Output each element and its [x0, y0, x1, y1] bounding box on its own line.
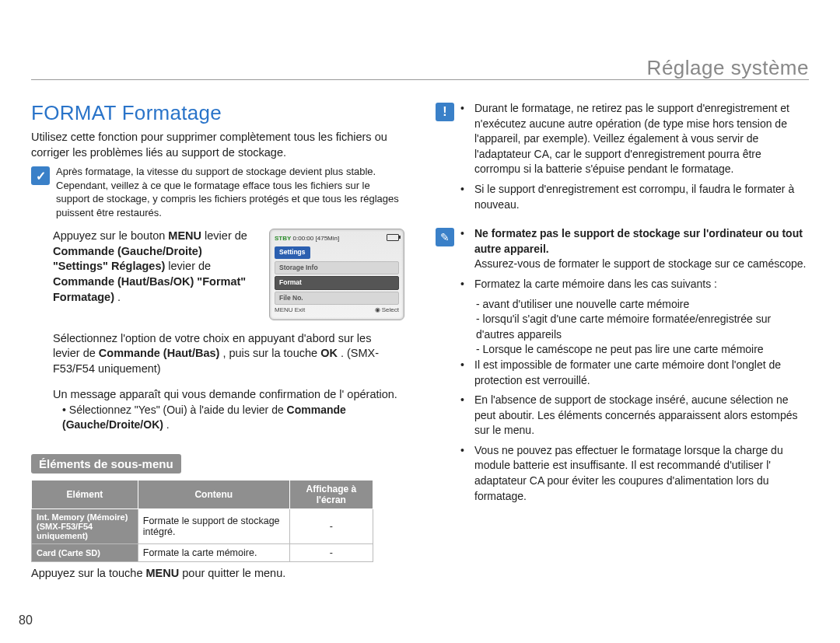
note-text: Après formatage, la vitesse du support d… [56, 165, 404, 219]
intro-paragraph: Utilisez cette fonction pour supprimer c… [31, 130, 404, 160]
text: "Settings" [53, 260, 111, 272]
menu-row-file-no: File No. [275, 292, 399, 305]
manual-page: Réglage système FORMAT Formatage Utilise… [0, 0, 840, 643]
submenu-table: Elément Contenu Affichage à l'écran Int.… [31, 480, 373, 562]
section-header: Réglage système [647, 56, 809, 80]
step-3-text: Un message apparaît qui vous demande con… [53, 387, 404, 432]
note-text: Il est impossible de formater une carte … [474, 358, 809, 388]
th-display: Affichage à l'écran [289, 480, 373, 508]
cell-display: - [289, 543, 373, 561]
text: Un message apparaît qui vous demande con… [53, 388, 397, 400]
menu-row-format: Format [275, 276, 399, 289]
lever-label: Commande (Gauche/Droite) [53, 245, 202, 257]
cell-content: Formate la carte mémoire. [138, 543, 289, 561]
text: Appuyez sur la touche [31, 567, 146, 579]
warning-icon: ! [436, 103, 454, 121]
two-column-layout: FORMAT Formatage Utilisez cette fonction… [31, 101, 809, 579]
th-content: Contenu [138, 480, 289, 508]
warning-block: ! •Durant le formatage, ne retirez pas l… [436, 101, 809, 217]
submenu-heading: Éléments de sous-menu [31, 454, 181, 474]
text: Sélectionnez "Yes" (Oui) à l'aide du lev… [69, 404, 287, 416]
step-1: Appuyez sur le bouton MENU levier de Com… [31, 229, 404, 320]
menu-row-storage-info: Storage Info [275, 261, 399, 274]
note-icon: ✎ [436, 228, 454, 246]
warning-item: Si le support d'enregistrement est corro… [474, 182, 809, 212]
header-rule [31, 79, 809, 80]
cell-content: Formate le support de stockage intégré. [138, 508, 289, 543]
left-column: FORMAT Formatage Utilisez cette fonction… [31, 101, 404, 579]
warning-list: •Durant le formatage, ne retirez pas le … [460, 101, 809, 217]
step-3: Un message apparaît qui vous demande con… [31, 387, 404, 432]
step-number [31, 331, 45, 377]
text: "Format" [197, 275, 246, 288]
th-element: Elément [32, 480, 138, 508]
text: pour quitter le menu. [182, 567, 285, 579]
sub-note: Lorsque le caméscope ne peut pas lire un… [476, 342, 809, 358]
camcorder-screen-mock: STBY 0:00:00 [475Min] Settings Storage I… [269, 229, 404, 320]
remaining-time: [475Min] [316, 235, 340, 242]
step-1-text: Appuyez sur le bouton MENU levier de Com… [53, 229, 257, 305]
note-bold: Ne formatez pas le support de stockage s… [474, 227, 803, 255]
text: levier de [168, 260, 211, 272]
check-icon: ✓ [31, 166, 50, 185]
note-text: Vous ne pouvez pas effectuer le formatag… [474, 443, 809, 504]
screen-footer-exit: MENU Exit [275, 306, 305, 315]
step-number [31, 229, 45, 320]
stby-indicator: STBY [275, 235, 291, 242]
text: . [117, 291, 121, 303]
text: . [166, 418, 170, 431]
page-title: FORMAT Formatage [31, 101, 404, 125]
menu-label: MENU [146, 567, 180, 579]
text: Sélectionnez l'option de votre choix en … [53, 332, 371, 344]
table-row: Int. Memory (Mémoire) (SMX-F53/F54 uniqu… [32, 508, 373, 543]
note-after-format: ✓ Après formatage, la vitesse du support… [31, 165, 404, 219]
note-text: En l'absence de support de stockage insé… [474, 393, 809, 439]
menu-label: MENU [168, 229, 201, 242]
text: Appuyez sur le bouton [53, 229, 168, 242]
format-label: Formatage) [53, 291, 114, 303]
cell-int-memory: Int. Memory (Mémoire) [37, 512, 133, 522]
step-number [31, 387, 45, 432]
note-text: Assurez-vous de formater le support de s… [474, 257, 806, 270]
right-column: ! •Durant le formatage, ne retirez pas l… [436, 101, 809, 579]
warning-item: Durant le formatage, ne retirez pas le s… [474, 101, 809, 177]
cell-display: - [289, 508, 373, 543]
step-2: Sélectionnez l'option de votre choix en … [31, 331, 404, 377]
screen-footer-select: ◉ Select [375, 306, 399, 315]
lever-label: Commande (Haut/Bas/OK) [53, 275, 194, 288]
settings-label: Réglages) [111, 260, 165, 272]
text: levier de [53, 347, 99, 359]
cell-card: Card (Carte SD) [32, 543, 138, 561]
cell-int-memory-note: (SMX-F53/F54 uniquement) [37, 522, 133, 540]
lever-label: Commande (Haut/Bas) [99, 347, 220, 359]
sub-note: lorsqu'il s'agit d'une carte mémoire for… [476, 312, 809, 342]
settings-tab: Settings [275, 246, 310, 258]
step-2-text: Sélectionnez l'option de votre choix en … [53, 331, 404, 377]
note-text: Formatez la carte mémoire dans les cas s… [474, 277, 717, 292]
text: levier de [205, 229, 247, 242]
rec-time: 0:00:00 [293, 235, 314, 242]
battery-icon [387, 234, 399, 241]
footnote-menu-exit: Appuyez sur la touche MENU pour quitter … [31, 567, 404, 579]
page-number: 80 [19, 613, 33, 627]
sub-note: avant d'utiliser une nouvelle carte mémo… [476, 297, 809, 313]
notes-block: ✎ • Ne formatez pas le support de stocka… [436, 226, 809, 508]
text: , puis sur la touche [222, 347, 320, 359]
ok-label: OK [320, 347, 338, 359]
table-row: Card (Carte SD) Formate la carte mémoire… [32, 543, 373, 561]
notes-list: • Ne formatez pas le support de stockage… [460, 226, 809, 508]
